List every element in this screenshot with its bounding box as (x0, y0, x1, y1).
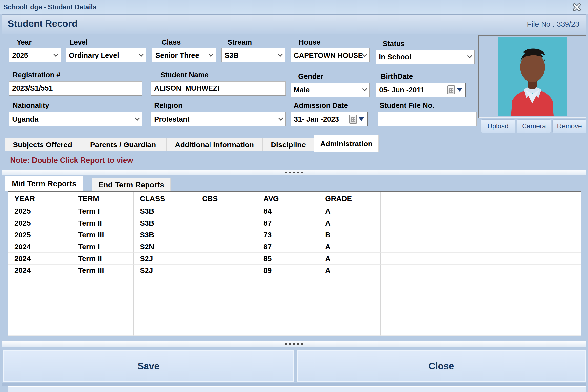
tab-additional-information[interactable]: Additional Information (166, 138, 262, 152)
table-cell (196, 288, 257, 300)
chevron-down-icon (53, 52, 58, 57)
table-cell: S3B (134, 205, 196, 217)
table-cell: 89 (257, 264, 319, 276)
table-row[interactable]: 2024Term IIS2J85A (8, 253, 581, 264)
table-cell (381, 229, 581, 241)
splitter-handle-top[interactable] (2, 170, 586, 175)
table-row[interactable]: 2025Term IIIS3B73B (8, 229, 581, 241)
tab-mid-term-reports[interactable]: Mid Term Reports (5, 176, 83, 192)
table-cell (8, 288, 72, 300)
table-row[interactable]: 2024Term IS2N87A (8, 241, 581, 253)
table-cell (72, 300, 134, 312)
table-cell: S3B (134, 229, 196, 241)
reports-table: YEAR TERM CLASS CBS AVG GRADE 2025Term I… (8, 192, 581, 336)
student-file-input[interactable] (378, 112, 476, 126)
table-row[interactable] (8, 324, 581, 336)
table-cell (196, 241, 257, 253)
tab-subjects-offered[interactable]: Subjects Offered (5, 138, 80, 152)
upload-button[interactable]: Upload (481, 119, 515, 133)
year-dropdown[interactable]: 2025 (9, 48, 61, 62)
table-cell: A (319, 205, 381, 217)
tab-discipline[interactable]: Discipline (262, 138, 314, 152)
table-cell: 2024 (8, 253, 72, 264)
table-cell: 2025 (8, 217, 72, 229)
table-cell: 2025 (8, 229, 72, 241)
column-header-term: TERM (72, 192, 134, 205)
column-header-avg: AVG (257, 192, 319, 205)
student-photo-panel (478, 35, 586, 118)
tab-parents-guardian[interactable]: Parents / Guardian (80, 138, 166, 152)
table-cell (381, 205, 581, 217)
page-title: Student Record (8, 18, 78, 29)
house-label: House (299, 38, 321, 46)
gender-label: Gender (298, 72, 324, 80)
table-cell: S2N (134, 241, 196, 253)
chevron-down-icon (135, 116, 140, 120)
table-cell: 85 (257, 253, 319, 264)
table-cell: 73 (257, 229, 319, 241)
column-header-blank (381, 192, 581, 205)
table-cell (381, 324, 581, 336)
table-cell (319, 276, 381, 288)
table-cell (257, 300, 319, 312)
student-name-input[interactable]: ALISON MUHWEZI (151, 81, 286, 96)
close-icon[interactable] (573, 3, 581, 11)
file-number: File No : 339/23 (527, 20, 579, 28)
camera-button[interactable]: Camera (516, 119, 551, 133)
table-cell (196, 300, 257, 312)
table-cell: Term I (72, 205, 134, 217)
table-cell (257, 324, 319, 336)
house-dropdown[interactable]: CAPETOWN HOUSE (290, 48, 370, 62)
birthdate-label: BirthDate (381, 72, 413, 80)
save-button[interactable]: Save (3, 350, 294, 382)
table-cell (257, 276, 319, 288)
note-text: Note: Double Click Report to view (10, 156, 133, 165)
close-button[interactable]: Close (297, 350, 586, 382)
table-row[interactable] (8, 288, 581, 300)
table-row[interactable] (8, 312, 581, 324)
religion-label: Religion (154, 102, 182, 110)
table-cell (381, 253, 581, 264)
class-dropdown[interactable]: Senior Three (152, 48, 216, 62)
splitter-handle-bottom[interactable] (2, 341, 586, 346)
table-cell (134, 276, 196, 288)
table-cell (8, 312, 72, 324)
table-cell (257, 288, 319, 300)
gender-dropdown[interactable]: Male (290, 83, 370, 97)
nationality-dropdown[interactable]: Uganda (9, 112, 142, 126)
religion-dropdown[interactable]: Protestant (151, 112, 286, 126)
table-row[interactable]: 2025Term IIS3B87A (8, 217, 581, 229)
tab-administration[interactable]: Administration (314, 135, 379, 152)
table-cell: 2024 (8, 241, 72, 253)
table-cell (381, 276, 581, 288)
remove-button[interactable]: Remove (552, 119, 586, 133)
table-cell: S2J (134, 253, 196, 264)
table-cell: Term III (72, 264, 134, 276)
status-dropdown[interactable]: In School (376, 50, 474, 64)
chevron-down-icon (362, 86, 367, 92)
table-cell (381, 217, 581, 229)
table-row[interactable]: 2024Term IIIS2J89A (8, 264, 581, 276)
table-cell (319, 312, 381, 324)
table-row[interactable] (8, 276, 581, 288)
table-row[interactable] (8, 300, 581, 312)
level-dropdown[interactable]: Ordinary Level (66, 48, 146, 62)
chevron-down-icon (208, 52, 214, 57)
admission-date-picker[interactable]: 31- Jan -2023 (290, 112, 368, 126)
record-header: Student Record File No : 339/23 (2, 14, 586, 34)
table-cell (196, 205, 257, 217)
registration-label: Registration # (12, 71, 60, 79)
table-cell (381, 288, 581, 300)
year-label: Year (16, 38, 32, 46)
table-cell (196, 253, 257, 264)
birthdate-picker[interactable]: 05- Jun -2011 (376, 83, 466, 97)
table-row[interactable]: 2025Term IS3B84A (8, 205, 581, 217)
stream-dropdown[interactable]: S3B (221, 48, 285, 62)
tab-end-term-reports[interactable]: End Term Reports (92, 178, 171, 192)
chevron-down-icon (467, 53, 472, 58)
column-header-class: CLASS (134, 192, 196, 205)
table-cell: A (319, 264, 381, 276)
table-cell (196, 312, 257, 324)
table-cell (72, 288, 134, 300)
registration-input[interactable]: 2023/S1/551 (9, 81, 142, 96)
